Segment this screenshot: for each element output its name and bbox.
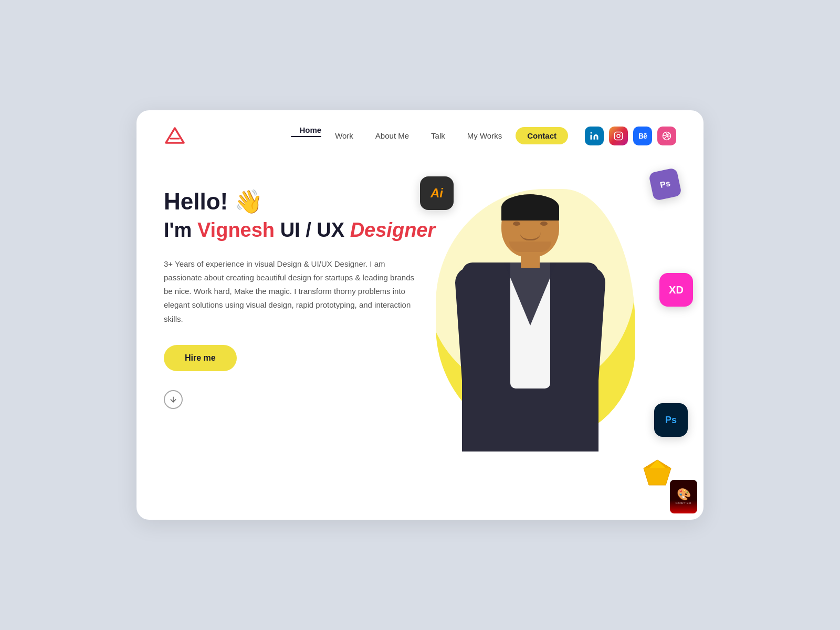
intro-line: I'm Vignesh UI / UX Designer: [164, 218, 676, 243]
nav-link-myworks[interactable]: My Works: [459, 128, 510, 143]
svg-point-5: [620, 133, 621, 134]
svg-point-4: [617, 134, 620, 138]
dribbble-icon[interactable]: [657, 127, 676, 145]
hero-section: Hello! 👋 I'm Vignesh UI / UX Designer 3+…: [136, 147, 704, 483]
xd-icon: XD: [659, 273, 693, 307]
hero-left: Hello! 👋 I'm Vignesh UI / UX Designer 3+…: [164, 172, 676, 409]
nav-item-talk[interactable]: Talk: [423, 131, 454, 141]
social-icons: Bē: [585, 127, 676, 145]
behance-icon[interactable]: Bē: [633, 127, 652, 145]
nav-item-home[interactable]: Home: [291, 125, 321, 147]
nav-link-talk[interactable]: Talk: [423, 128, 454, 143]
portfolio-card: Home Work About Me Talk My Works Contact: [136, 110, 704, 520]
sketch-icon: [643, 459, 672, 488]
nav-item-work[interactable]: Work: [327, 131, 362, 141]
bottom-corner-icon: 🎨 CORTEX: [670, 480, 697, 513]
photoshop-icon: Ps: [654, 403, 688, 437]
name-highlight: Vignesh: [197, 219, 275, 241]
svg-marker-0: [166, 128, 184, 143]
svg-rect-3: [615, 132, 623, 140]
role-highlight: Designer: [350, 219, 436, 241]
instagram-icon[interactable]: [609, 127, 628, 145]
linkedin-icon[interactable]: [585, 127, 604, 145]
nav-links: Home Work About Me Talk My Works Contact: [291, 125, 568, 147]
svg-point-2: [591, 132, 592, 134]
hire-button[interactable]: Hire me: [164, 345, 237, 371]
nav-link-home[interactable]: Home: [291, 122, 321, 150]
nav-link-contact[interactable]: Contact: [516, 127, 568, 144]
nav-item-myworks[interactable]: My Works: [459, 131, 510, 141]
nav-link-work[interactable]: Work: [327, 128, 362, 143]
scroll-down-button[interactable]: [164, 390, 183, 409]
ps-purple-icon: Ps: [648, 167, 682, 201]
intro-text: I'm: [164, 219, 197, 241]
navigation: Home Work About Me Talk My Works Contact: [136, 110, 704, 147]
illustrator-icon: Ai: [420, 176, 454, 210]
nav-link-about[interactable]: About Me: [367, 128, 417, 143]
logo[interactable]: [164, 125, 186, 147]
middle-text: UI / UX: [275, 219, 350, 241]
description: 3+ Years of experience in visual Design …: [164, 257, 416, 326]
nav-item-contact[interactable]: Contact: [516, 131, 568, 141]
nav-item-about[interactable]: About Me: [367, 131, 417, 141]
